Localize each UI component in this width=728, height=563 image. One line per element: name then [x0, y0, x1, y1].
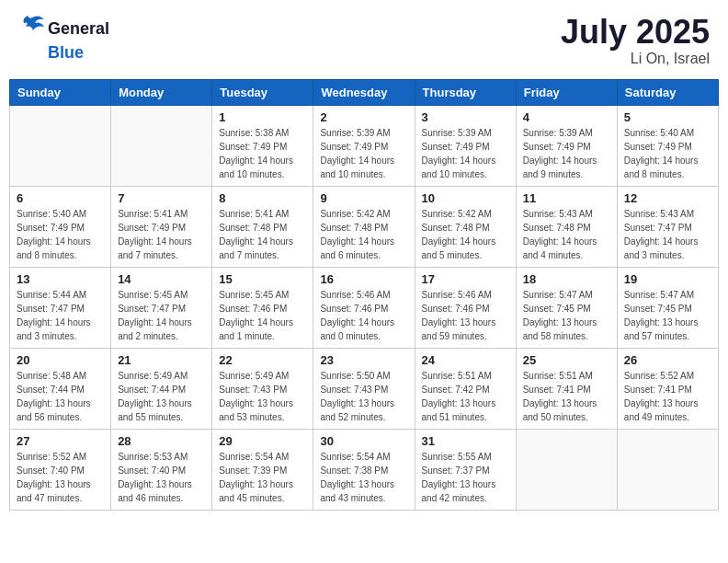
weekday-header-friday: Friday: [516, 79, 617, 105]
calendar-cell: 12Sunrise: 5:43 AMSunset: 7:47 PMDayligh…: [617, 186, 718, 267]
calendar-cell: 14Sunrise: 5:45 AMSunset: 7:47 PMDayligh…: [111, 267, 212, 348]
day-number: 22: [219, 353, 306, 367]
day-number: 19: [624, 272, 711, 286]
calendar-subtitle: Li On, Israel: [561, 51, 710, 67]
weekday-header-row: SundayMondayTuesdayWednesdayThursdayFrid…: [10, 79, 719, 105]
calendar-cell: 24Sunrise: 5:51 AMSunset: 7:42 PMDayligh…: [415, 348, 516, 429]
day-number: 14: [118, 272, 205, 286]
day-number: 9: [320, 191, 407, 205]
logo-text-general: General: [48, 19, 109, 38]
week-row-1: 1Sunrise: 5:38 AMSunset: 7:49 PMDaylight…: [10, 105, 719, 186]
day-info: Sunrise: 5:52 AMSunset: 7:41 PMDaylight:…: [624, 369, 711, 424]
calendar-cell: 29Sunrise: 5:54 AMSunset: 7:39 PMDayligh…: [212, 429, 313, 510]
day-info: Sunrise: 5:42 AMSunset: 7:48 PMDaylight:…: [320, 207, 407, 262]
calendar-cell: [617, 429, 718, 510]
day-info: Sunrise: 5:50 AMSunset: 7:43 PMDaylight:…: [320, 369, 407, 424]
day-info: Sunrise: 5:38 AMSunset: 7:49 PMDaylight:…: [219, 126, 306, 181]
calendar-table: SundayMondayTuesdayWednesdayThursdayFrid…: [9, 79, 719, 511]
week-row-3: 13Sunrise: 5:44 AMSunset: 7:47 PMDayligh…: [10, 267, 719, 348]
weekday-header-wednesday: Wednesday: [313, 79, 415, 105]
day-number: 18: [523, 272, 610, 286]
day-number: 24: [422, 353, 509, 367]
logo: General Blue: [18, 14, 109, 63]
day-number: 2: [320, 110, 407, 124]
weekday-header-thursday: Thursday: [415, 79, 516, 105]
day-info: Sunrise: 5:51 AMSunset: 7:42 PMDaylight:…: [422, 369, 509, 424]
week-row-5: 27Sunrise: 5:52 AMSunset: 7:40 PMDayligh…: [10, 429, 719, 510]
day-info: Sunrise: 5:49 AMSunset: 7:44 PMDaylight:…: [118, 369, 205, 424]
day-number: 5: [624, 110, 711, 124]
calendar-cell: 6Sunrise: 5:40 AMSunset: 7:49 PMDaylight…: [10, 186, 111, 267]
day-number: 12: [624, 191, 711, 205]
day-info: Sunrise: 5:41 AMSunset: 7:49 PMDaylight:…: [118, 207, 205, 262]
day-info: Sunrise: 5:48 AMSunset: 7:44 PMDaylight:…: [17, 369, 104, 424]
day-info: Sunrise: 5:39 AMSunset: 7:49 PMDaylight:…: [422, 126, 509, 181]
day-number: 1: [219, 110, 306, 124]
day-info: Sunrise: 5:53 AMSunset: 7:40 PMDaylight:…: [118, 450, 205, 505]
calendar-cell: 10Sunrise: 5:42 AMSunset: 7:48 PMDayligh…: [415, 186, 516, 267]
calendar-cell: 28Sunrise: 5:53 AMSunset: 7:40 PMDayligh…: [111, 429, 212, 510]
day-info: Sunrise: 5:43 AMSunset: 7:47 PMDaylight:…: [624, 207, 711, 262]
day-info: Sunrise: 5:47 AMSunset: 7:45 PMDaylight:…: [523, 288, 610, 343]
calendar-cell: 9Sunrise: 5:42 AMSunset: 7:48 PMDaylight…: [313, 186, 415, 267]
day-info: Sunrise: 5:51 AMSunset: 7:41 PMDaylight:…: [523, 369, 610, 424]
day-info: Sunrise: 5:46 AMSunset: 7:46 PMDaylight:…: [422, 288, 509, 343]
day-number: 4: [523, 110, 610, 124]
day-info: Sunrise: 5:47 AMSunset: 7:45 PMDaylight:…: [624, 288, 711, 343]
day-number: 17: [422, 272, 509, 286]
calendar-title-block: July 2025 Li On, Israel: [561, 14, 710, 67]
calendar-cell: 27Sunrise: 5:52 AMSunset: 7:40 PMDayligh…: [10, 429, 111, 510]
day-number: 25: [523, 353, 610, 367]
day-info: Sunrise: 5:41 AMSunset: 7:48 PMDaylight:…: [219, 207, 306, 262]
day-info: Sunrise: 5:54 AMSunset: 7:38 PMDaylight:…: [320, 450, 407, 505]
calendar-cell: 3Sunrise: 5:39 AMSunset: 7:49 PMDaylight…: [415, 105, 516, 186]
day-number: 30: [320, 434, 407, 448]
day-number: 29: [219, 434, 306, 448]
day-number: 28: [118, 434, 205, 448]
day-info: Sunrise: 5:43 AMSunset: 7:48 PMDaylight:…: [523, 207, 610, 262]
calendar-cell: 4Sunrise: 5:39 AMSunset: 7:49 PMDaylight…: [516, 105, 617, 186]
day-info: Sunrise: 5:44 AMSunset: 7:47 PMDaylight:…: [17, 288, 104, 343]
logo-icon: [18, 14, 46, 43]
weekday-header-tuesday: Tuesday: [212, 79, 313, 105]
day-info: Sunrise: 5:52 AMSunset: 7:40 PMDaylight:…: [17, 450, 104, 505]
calendar-cell: [111, 105, 212, 186]
calendar-cell: 23Sunrise: 5:50 AMSunset: 7:43 PMDayligh…: [313, 348, 415, 429]
day-info: Sunrise: 5:42 AMSunset: 7:48 PMDaylight:…: [422, 207, 509, 262]
calendar-cell: 18Sunrise: 5:47 AMSunset: 7:45 PMDayligh…: [516, 267, 617, 348]
day-number: 20: [17, 353, 104, 367]
day-info: Sunrise: 5:40 AMSunset: 7:49 PMDaylight:…: [624, 126, 711, 181]
calendar-title: July 2025: [561, 14, 710, 51]
day-number: 7: [118, 191, 205, 205]
page-header: General Blue July 2025 Li On, Israel: [9, 9, 719, 72]
calendar-cell: 31Sunrise: 5:55 AMSunset: 7:37 PMDayligh…: [415, 429, 516, 510]
day-info: Sunrise: 5:49 AMSunset: 7:43 PMDaylight:…: [219, 369, 306, 424]
weekday-header-monday: Monday: [111, 79, 212, 105]
day-info: Sunrise: 5:39 AMSunset: 7:49 PMDaylight:…: [320, 126, 407, 181]
day-info: Sunrise: 5:45 AMSunset: 7:46 PMDaylight:…: [219, 288, 306, 343]
calendar-cell: [10, 105, 111, 186]
calendar-cell: 5Sunrise: 5:40 AMSunset: 7:49 PMDaylight…: [617, 105, 718, 186]
day-number: 23: [320, 353, 407, 367]
calendar-cell: 13Sunrise: 5:44 AMSunset: 7:47 PMDayligh…: [10, 267, 111, 348]
day-info: Sunrise: 5:45 AMSunset: 7:47 PMDaylight:…: [118, 288, 205, 343]
calendar-cell: 2Sunrise: 5:39 AMSunset: 7:49 PMDaylight…: [313, 105, 415, 186]
week-row-2: 6Sunrise: 5:40 AMSunset: 7:49 PMDaylight…: [10, 186, 719, 267]
calendar-cell: 17Sunrise: 5:46 AMSunset: 7:46 PMDayligh…: [415, 267, 516, 348]
day-number: 8: [219, 191, 306, 205]
day-number: 6: [17, 191, 104, 205]
calendar-cell: 25Sunrise: 5:51 AMSunset: 7:41 PMDayligh…: [516, 348, 617, 429]
day-info: Sunrise: 5:54 AMSunset: 7:39 PMDaylight:…: [219, 450, 306, 505]
day-number: 27: [17, 434, 104, 448]
calendar-cell: 1Sunrise: 5:38 AMSunset: 7:49 PMDaylight…: [212, 105, 313, 186]
calendar-cell: 20Sunrise: 5:48 AMSunset: 7:44 PMDayligh…: [10, 348, 111, 429]
calendar-cell: 8Sunrise: 5:41 AMSunset: 7:48 PMDaylight…: [212, 186, 313, 267]
day-info: Sunrise: 5:46 AMSunset: 7:46 PMDaylight:…: [320, 288, 407, 343]
day-number: 13: [17, 272, 104, 286]
weekday-header-sunday: Sunday: [10, 79, 111, 105]
logo-text-blue: Blue: [48, 43, 84, 62]
day-number: 31: [422, 434, 509, 448]
day-number: 10: [422, 191, 509, 205]
calendar-cell: 11Sunrise: 5:43 AMSunset: 7:48 PMDayligh…: [516, 186, 617, 267]
day-number: 3: [422, 110, 509, 124]
